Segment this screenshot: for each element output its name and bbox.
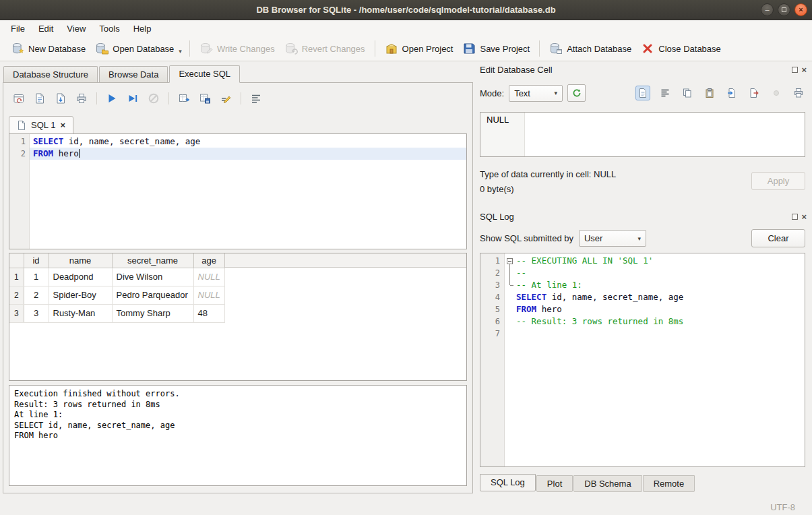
maximize-button[interactable] xyxy=(778,3,790,16)
sql-tab[interactable]: SQL 1 × xyxy=(9,116,73,134)
tab-sql-log[interactable]: SQL Log xyxy=(480,474,536,491)
editor-line-numbers: 1 2 xyxy=(9,134,30,249)
set-null-icon xyxy=(771,88,782,98)
text-document-icon xyxy=(637,88,648,98)
open-project-button[interactable]: Open Project xyxy=(380,39,458,58)
row-header[interactable]: 2 xyxy=(9,286,24,304)
close-button[interactable]: × xyxy=(794,3,807,16)
open-database-dropdown-arrow[interactable]: ▾ xyxy=(179,41,185,56)
refresh-button[interactable] xyxy=(567,84,586,102)
cell-age[interactable]: NULL xyxy=(193,286,224,304)
new-tab-button[interactable] xyxy=(11,91,26,106)
sql-editor[interactable]: 1 2 SELECT id, name, secret_name, age FR… xyxy=(9,133,467,249)
minimize-button[interactable]: – xyxy=(761,3,774,16)
cell-secret-name[interactable]: Pedro Parqueador xyxy=(112,286,193,304)
row-header[interactable]: 1 xyxy=(9,268,24,286)
open-sql-file-button[interactable] xyxy=(32,91,47,106)
apply-button[interactable]: Apply xyxy=(751,172,805,190)
results-grid[interactable]: id name secret_name age 1 1 Deadpond Div… xyxy=(9,253,467,381)
mode-label: Mode: xyxy=(480,88,504,98)
print-button[interactable] xyxy=(74,91,89,106)
set-null-button[interactable] xyxy=(770,86,783,100)
tab-plot[interactable]: Plot xyxy=(536,475,573,492)
tab-browse-data[interactable]: Browse Data xyxy=(99,66,168,82)
maximize-icon xyxy=(782,7,786,12)
dock-float-icon[interactable] xyxy=(792,214,798,220)
mode-combobox[interactable]: Text ▾ xyxy=(509,85,563,102)
sql-tab-close-icon[interactable]: × xyxy=(59,120,66,130)
cell-age[interactable]: NULL xyxy=(193,268,224,286)
results-col-age[interactable]: age xyxy=(193,253,224,268)
execution-messages[interactable]: Execution finished without errors. Resul… xyxy=(9,385,467,486)
menu-view[interactable]: View xyxy=(60,22,92,36)
cell-value-editor[interactable]: NULL xyxy=(480,112,805,157)
print-cell-button[interactable] xyxy=(792,86,805,100)
print-icon xyxy=(75,92,88,104)
dock-close-icon[interactable]: × xyxy=(801,66,807,73)
new-database-button[interactable]: New Database xyxy=(6,39,90,58)
open-database-button[interactable]: Open Database xyxy=(90,39,179,58)
stop-button[interactable] xyxy=(146,91,161,106)
results-col-name[interactable]: name xyxy=(49,253,112,268)
cell-secret-name[interactable]: Tommy Sharp xyxy=(112,304,193,322)
tab-db-schema[interactable]: DB Schema xyxy=(573,475,642,492)
cell-secret-name[interactable]: Dive Wilson xyxy=(112,268,193,286)
sql-toolbar xyxy=(11,90,466,107)
menu-edit[interactable]: Edit xyxy=(32,22,60,36)
write-changes-button[interactable]: Write Changes xyxy=(195,39,280,58)
results-col-id[interactable]: id xyxy=(24,253,49,268)
save-project-button[interactable]: Save Project xyxy=(458,39,534,58)
submitter-combobox[interactable]: User ▾ xyxy=(579,230,646,247)
text-mode-button[interactable] xyxy=(636,86,650,100)
format-sql-button[interactable] xyxy=(249,91,263,106)
menu-tools[interactable]: Tools xyxy=(92,22,126,36)
close-database-button[interactable]: Close Database xyxy=(636,39,726,58)
import-icon xyxy=(726,88,737,98)
sql-line-2: FROM hero xyxy=(30,148,466,160)
paste-button[interactable] xyxy=(703,86,716,100)
results-corner-cell[interactable] xyxy=(9,253,24,268)
cell-name[interactable]: Spider-Boy xyxy=(49,286,112,304)
export-results-button[interactable] xyxy=(177,91,191,106)
dock-float-icon[interactable] xyxy=(792,67,798,73)
encoding-indicator[interactable]: UTF-8 xyxy=(770,502,795,512)
copy-icon xyxy=(682,88,693,98)
revert-changes-button[interactable]: Revert Changes xyxy=(280,39,370,58)
menu-help[interactable]: Help xyxy=(127,22,158,36)
copy-button[interactable] xyxy=(681,86,694,100)
word-wrap-button[interactable] xyxy=(658,86,672,100)
execute-line-button[interactable] xyxy=(125,91,140,106)
tab-database-structure[interactable]: Database Structure xyxy=(3,66,98,82)
cell-id[interactable]: 3 xyxy=(24,304,49,322)
execute-all-button[interactable] xyxy=(104,91,119,106)
save-sql-file-button[interactable] xyxy=(53,91,68,106)
cell-id[interactable]: 2 xyxy=(24,286,49,304)
cell-id[interactable]: 1 xyxy=(24,268,49,286)
fold-collapse-icon[interactable] xyxy=(507,258,513,264)
sql-log-view[interactable]: 1 2 3 4 5 6 7 -- EXECUTING ALL IN 'SQL 1… xyxy=(480,253,805,467)
submitter-value: User xyxy=(584,233,602,243)
export-button[interactable] xyxy=(747,86,761,100)
editor-code[interactable]: SELECT id, name, secret_name, age FROM h… xyxy=(30,134,466,249)
dock-close-icon[interactable]: × xyxy=(801,213,807,220)
main-tab-bar: Database Structure Browse Data Execute S… xyxy=(0,65,475,82)
message-line: At line 1: xyxy=(14,410,462,421)
open-project-icon xyxy=(385,42,398,55)
clear-button[interactable]: Clear xyxy=(751,229,805,247)
attach-database-button[interactable]: Attach Database xyxy=(544,39,636,58)
edit-sql-button[interactable] xyxy=(218,91,233,106)
tab-execute-sql[interactable]: Execute SQL xyxy=(169,65,240,83)
cell-name[interactable]: Rusty-Man xyxy=(49,304,112,322)
menu-file[interactable]: File xyxy=(4,22,32,36)
sql-file-icon xyxy=(16,120,27,131)
main-toolbar: New Database Open Database ▾ Write Chang… xyxy=(0,36,812,61)
tab-remote[interactable]: Remote xyxy=(643,475,695,492)
save-results-button[interactable] xyxy=(197,91,212,106)
cell-name[interactable]: Deadpond xyxy=(49,268,112,286)
cell-age[interactable]: 48 xyxy=(193,304,224,322)
table-row: 1 1 Deadpond Dive Wilson NULL xyxy=(9,268,224,286)
results-col-secret-name[interactable]: secret_name xyxy=(112,253,193,268)
import-button[interactable] xyxy=(725,86,739,100)
row-header[interactable]: 3 xyxy=(9,304,24,322)
paste-icon xyxy=(704,88,715,98)
